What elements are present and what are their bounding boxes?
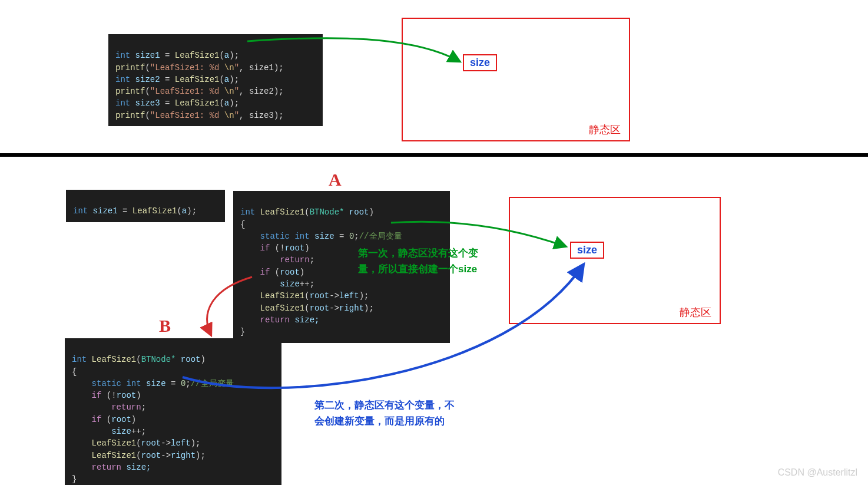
p: ( xyxy=(145,87,150,96)
esc: \n xyxy=(224,63,234,72)
kw: int xyxy=(294,232,309,241)
p: ( xyxy=(145,111,150,120)
brace: { xyxy=(72,367,77,377)
fn: LeafSize1 xyxy=(170,98,219,108)
esc: \n xyxy=(224,111,234,120)
p: ( xyxy=(136,438,141,448)
fn: LeafSize1 xyxy=(255,207,304,217)
label-a: A xyxy=(329,170,342,190)
str: " xyxy=(234,87,239,96)
kw-int: int xyxy=(115,51,130,60)
var: size; xyxy=(121,463,151,472)
kw: static xyxy=(92,379,121,388)
var: root xyxy=(310,303,330,313)
label-b: B xyxy=(159,316,171,336)
kw: return xyxy=(280,255,309,265)
p: ) xyxy=(300,268,304,277)
kw: static xyxy=(260,232,290,241)
var: size1 xyxy=(88,206,122,216)
var: left xyxy=(171,438,191,448)
fn: LeafSize1 xyxy=(260,303,305,313)
kw: int xyxy=(72,355,87,364)
fn: LeafSize1 xyxy=(127,206,177,216)
p: ); xyxy=(187,206,197,216)
p: ( xyxy=(270,268,280,277)
p: ); xyxy=(229,51,239,60)
var: root xyxy=(310,291,330,301)
arg: a xyxy=(224,98,229,108)
kw: int xyxy=(240,207,255,217)
p: ++; xyxy=(131,427,146,436)
p: ( xyxy=(219,51,224,60)
var: right xyxy=(339,303,364,313)
arg: a xyxy=(224,75,229,84)
static-area-bottom: 静态区 xyxy=(509,197,721,324)
op: ! xyxy=(280,243,284,253)
op: ! xyxy=(111,391,116,400)
var: root xyxy=(111,415,131,424)
var: size2 xyxy=(130,75,165,84)
var: size xyxy=(280,279,300,289)
esc: \n xyxy=(224,87,234,96)
var: root xyxy=(141,451,161,460)
var: root xyxy=(117,391,137,400)
p: ; xyxy=(141,402,146,412)
p: ( xyxy=(219,75,224,84)
p: ) xyxy=(131,415,136,424)
str: "LeafSize1: %d xyxy=(150,63,224,72)
arg: a xyxy=(224,51,229,60)
var: root xyxy=(280,268,300,277)
fn: LeafSize1 xyxy=(170,75,219,84)
p: ( xyxy=(304,303,309,313)
p: ); xyxy=(229,75,239,84)
p: , size2); xyxy=(239,87,284,96)
fn: printf xyxy=(115,63,145,72)
size-variable-chip-top: size xyxy=(463,54,497,71)
static-area-label: 静态区 xyxy=(589,123,621,137)
p: ( xyxy=(101,391,111,400)
param: root xyxy=(175,355,200,364)
brace: { xyxy=(240,220,245,229)
str: "LeafSize1: %d xyxy=(150,111,224,120)
param: root xyxy=(344,207,369,217)
p: ); xyxy=(191,438,201,448)
p: ) xyxy=(136,391,141,400)
p: ( xyxy=(145,63,150,72)
op: -> xyxy=(161,438,171,448)
fn: LeafSize1 xyxy=(87,355,136,364)
sp xyxy=(344,232,349,241)
p: ); xyxy=(196,451,206,460)
size-variable-chip-bottom: size xyxy=(570,242,604,259)
code-main-top: int size1 = LeafSize1(a); printf("LeafSi… xyxy=(108,34,323,126)
p: ) xyxy=(200,355,205,364)
p: ( xyxy=(304,207,309,217)
var: size xyxy=(141,379,171,388)
var: size xyxy=(310,232,339,241)
var: root xyxy=(285,243,305,253)
sp xyxy=(175,379,180,388)
static-area-top: 静态区 xyxy=(402,18,630,141)
kw: int xyxy=(126,379,141,388)
static-area-label: 静态区 xyxy=(680,305,711,319)
op: -> xyxy=(329,291,339,301)
comment: //全局变量 xyxy=(191,379,234,388)
comment: //全局变量 xyxy=(359,232,402,241)
annotation-second-time: 第二次，静态区有这个变量，不 会创建新变量，而是用原有的 xyxy=(314,397,455,429)
p: ) xyxy=(304,243,309,253)
arg: a xyxy=(182,206,187,216)
str: " xyxy=(234,111,239,120)
var: right xyxy=(171,451,196,460)
p: ( xyxy=(136,451,141,460)
p: ( xyxy=(101,415,111,424)
p: ( xyxy=(136,355,141,364)
p: ; xyxy=(310,255,314,265)
p: , size3); xyxy=(239,111,284,120)
kw: int xyxy=(73,206,88,216)
brace: } xyxy=(240,327,245,336)
p: ); xyxy=(229,98,239,108)
kw: if xyxy=(260,243,270,253)
p: ; xyxy=(185,379,190,388)
var: size3 xyxy=(130,98,165,108)
var: root xyxy=(141,438,161,448)
op: -> xyxy=(161,451,171,460)
